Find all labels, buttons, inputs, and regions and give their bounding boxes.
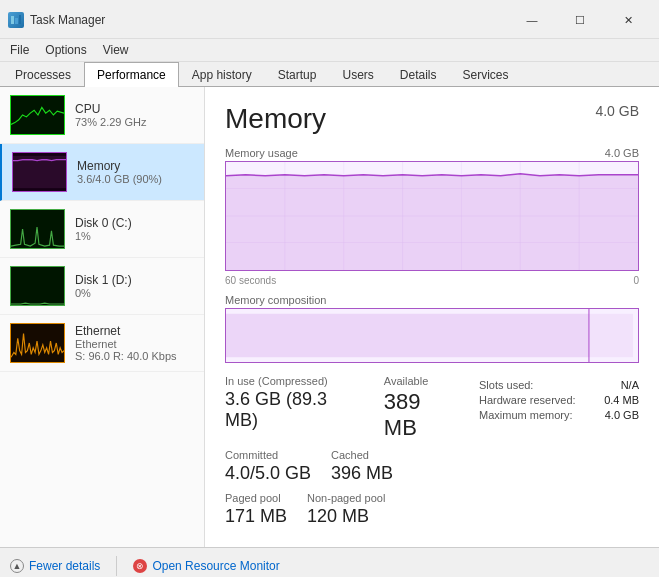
open-resource-monitor-link[interactable]: ⊗ Open Resource Monitor: [133, 559, 279, 573]
sidebar-item-disk1[interactable]: Disk 1 (D:) 0%: [0, 258, 204, 315]
svg-rect-1: [15, 18, 18, 24]
available-value: 389 MB: [384, 389, 459, 441]
ethernet-speed: S: 96.0 R: 40.0 Kbps: [75, 350, 194, 362]
disk0-title: Disk 0 (C:): [75, 216, 194, 230]
menu-bar: File Options View: [0, 39, 659, 62]
available-label: Available: [384, 375, 459, 387]
ethernet-info: Ethernet Ethernet S: 96.0 R: 40.0 Kbps: [75, 324, 194, 362]
tab-startup[interactable]: Startup: [265, 62, 330, 87]
menu-file[interactable]: File: [4, 41, 35, 59]
maximize-button[interactable]: ☐: [557, 6, 603, 34]
memory-composition-container: Memory composition: [225, 294, 639, 363]
minimize-button[interactable]: —: [509, 6, 555, 34]
svg-marker-14: [226, 174, 638, 270]
chevron-down-icon: ▲: [10, 559, 24, 573]
time-start: 60 seconds: [225, 275, 276, 286]
disk1-mini-graph: [10, 266, 65, 306]
stat-in-use: In use (Compressed) 3.6 GB (89.3 MB): [225, 375, 364, 441]
disk1-info: Disk 1 (D:) 0%: [75, 273, 194, 299]
ethernet-subtitle: Ethernet: [75, 338, 194, 350]
cpu-info: CPU 73% 2.29 GHz: [75, 102, 194, 128]
stat-paged-pool: Paged pool 171 MB: [225, 492, 287, 527]
cached-label: Cached: [331, 449, 393, 461]
stat-committed: Committed 4.0/5.0 GB: [225, 449, 311, 484]
stats-row-3: Paged pool 171 MB Non-paged pool 120 MB: [225, 492, 459, 527]
sidebar: CPU 73% 2.29 GHz Memory 3.6/4.0 GB (90%): [0, 87, 205, 547]
committed-label: Committed: [225, 449, 311, 461]
title-bar-left: Task Manager: [8, 12, 105, 28]
sidebar-item-memory[interactable]: Memory 3.6/4.0 GB (90%): [0, 144, 204, 201]
hw-reserved-row: Hardware reserved: 0.4 MB: [479, 394, 639, 406]
tab-performance[interactable]: Performance: [84, 62, 179, 87]
memory-usage-chart-container: Memory usage 4.0 GB: [225, 147, 639, 286]
task-manager-icon: [8, 12, 24, 28]
ethernet-mini-graph: [10, 323, 65, 363]
time-end: 0: [633, 275, 639, 286]
max-memory-label: Maximum memory:: [479, 409, 573, 421]
tab-details[interactable]: Details: [387, 62, 450, 87]
memory-usage-svg: [226, 162, 638, 270]
total-memory-value: 4.0 GB: [595, 103, 639, 119]
stat-non-paged-pool: Non-paged pool 120 MB: [307, 492, 385, 527]
composition-chart-label: Memory composition: [225, 294, 639, 306]
tab-app-history[interactable]: App history: [179, 62, 265, 87]
usage-chart-label: Memory usage 4.0 GB: [225, 147, 639, 159]
max-memory-value: 4.0 GB: [605, 409, 639, 421]
cpu-title: CPU: [75, 102, 194, 116]
tab-services[interactable]: Services: [450, 62, 522, 87]
stat-available: Available 389 MB: [384, 375, 459, 441]
fewer-details-link[interactable]: ▲ Fewer details: [10, 559, 100, 573]
menu-view[interactable]: View: [97, 41, 135, 59]
disk0-info: Disk 0 (C:) 1%: [75, 216, 194, 242]
memory-subtitle: 3.6/4.0 GB (90%): [77, 173, 194, 185]
menu-options[interactable]: Options: [39, 41, 92, 59]
page-title: Memory: [225, 103, 326, 135]
memory-mini-graph: [12, 152, 67, 192]
disk0-mini-graph: [10, 209, 65, 249]
cpu-subtitle: 73% 2.29 GHz: [75, 116, 194, 128]
tab-processes[interactable]: Processes: [2, 62, 84, 87]
paged-pool-label: Paged pool: [225, 492, 287, 504]
fewer-details-label: Fewer details: [29, 559, 100, 573]
svg-rect-0: [11, 16, 14, 24]
stats-row-1: In use (Compressed) 3.6 GB (89.3 MB) Ava…: [225, 375, 459, 441]
memory-info: Memory 3.6/4.0 GB (90%): [77, 159, 194, 185]
tab-bar: Processes Performance App history Startu…: [0, 62, 659, 87]
tab-users[interactable]: Users: [329, 62, 386, 87]
title-bar-controls: — ☐ ✕: [509, 6, 651, 34]
in-use-label: In use (Compressed): [225, 375, 364, 387]
slots-used-value: N/A: [621, 379, 639, 391]
stats-right: Slots used: N/A Hardware reserved: 0.4 M…: [479, 375, 639, 527]
title-bar: Task Manager — ☐ ✕: [0, 0, 659, 39]
content-header: Memory 4.0 GB: [225, 103, 639, 135]
committed-value: 4.0/5.0 GB: [225, 463, 311, 484]
main-content: CPU 73% 2.29 GHz Memory 3.6/4.0 GB (90%): [0, 87, 659, 547]
open-resource-monitor-label: Open Resource Monitor: [152, 559, 279, 573]
sidebar-item-ethernet[interactable]: Ethernet Ethernet S: 96.0 R: 40.0 Kbps: [0, 315, 204, 372]
cpu-mini-graph: [10, 95, 65, 135]
svg-rect-2: [19, 15, 21, 24]
in-use-value: 3.6 GB (89.3 MB): [225, 389, 364, 431]
non-paged-pool-label: Non-paged pool: [307, 492, 385, 504]
disk1-title: Disk 1 (D:): [75, 273, 194, 287]
bottom-bar: ▲ Fewer details ⊗ Open Resource Monitor: [0, 547, 659, 577]
disk1-subtitle: 0%: [75, 287, 194, 299]
slots-used-label: Slots used:: [479, 379, 533, 391]
sidebar-item-cpu[interactable]: CPU 73% 2.29 GHz: [0, 87, 204, 144]
svg-rect-17: [589, 314, 633, 357]
usage-label-text: Memory usage: [225, 147, 298, 159]
memory-usage-chart: [225, 161, 639, 271]
sidebar-item-disk0[interactable]: Disk 0 (C:) 1%: [0, 201, 204, 258]
non-paged-pool-value: 120 MB: [307, 506, 385, 527]
composition-label-text: Memory composition: [225, 294, 326, 306]
app-title: Task Manager: [30, 13, 105, 27]
ethernet-title: Ethernet: [75, 324, 194, 338]
slots-used-row: Slots used: N/A: [479, 379, 639, 391]
memory-title: Memory: [77, 159, 194, 173]
usage-max-text: 4.0 GB: [605, 147, 639, 159]
close-button[interactable]: ✕: [605, 6, 651, 34]
stats-row-2: Committed 4.0/5.0 GB Cached 396 MB: [225, 449, 459, 484]
chart-time-label: 60 seconds 0: [225, 275, 639, 286]
hw-reserved-label: Hardware reserved:: [479, 394, 576, 406]
memory-composition-chart: [225, 308, 639, 363]
